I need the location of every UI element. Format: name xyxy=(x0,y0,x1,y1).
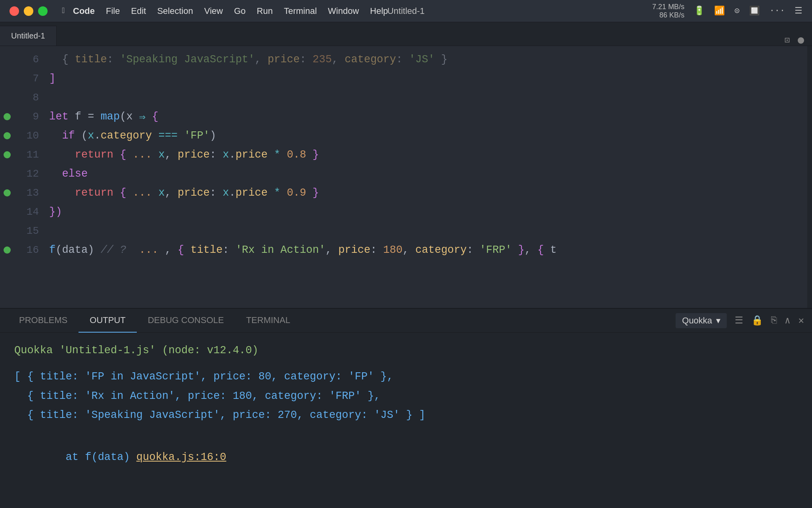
menu-terminal[interactable]: Terminal xyxy=(284,6,317,16)
battery-icon: 🔋 xyxy=(694,6,705,16)
line-numbers: 6 7 8 9 10 11 12 13 14 15 16 xyxy=(14,46,46,308)
code-line-15 xyxy=(46,221,807,241)
bp-8 xyxy=(0,88,14,107)
split-editor-icon[interactable]: ⊡ xyxy=(785,35,790,46)
bp-6 xyxy=(0,50,14,69)
menu-edit[interactable]: Edit xyxy=(131,6,146,16)
code-line-16: f(data) // ? ... , { title: 'Rx in Actio… xyxy=(46,241,807,260)
code-content[interactable]: { title: 'Speaking JavaScript', price: 2… xyxy=(46,46,807,308)
chevron-down-icon: ▾ xyxy=(716,316,720,326)
line-num-8: 8 xyxy=(14,88,39,107)
line-num-13: 13 xyxy=(14,183,39,202)
tab-label: Untitled-1 xyxy=(11,31,45,40)
tab-bar: Untitled-1 ⊡ xyxy=(0,22,812,46)
menu-help[interactable]: Help xyxy=(370,6,388,16)
copy-icon[interactable]: ⎘ xyxy=(771,315,777,326)
code-line-11: return { ... x, price: x.price * 0.8 } xyxy=(46,145,807,164)
tab-output[interactable]: OUTPUT xyxy=(79,309,136,333)
bp-14 xyxy=(0,202,14,221)
fdata-text: f(data) xyxy=(85,451,136,463)
traffic-lights xyxy=(10,6,48,16)
network-speed-up: 7.21 MB/s xyxy=(652,3,684,11)
close-panel-icon[interactable]: ✕ xyxy=(799,315,804,326)
line-num-12: 12 xyxy=(14,164,39,183)
quokka-link[interactable]: quokka.js:16:0 xyxy=(136,451,226,463)
output-header: Quokka 'Untitled-1.js' (node: v12.4.0) xyxy=(14,342,798,359)
output-line-4: at f(data) quokka.js:16:0 xyxy=(14,428,798,486)
close-button[interactable] xyxy=(10,6,19,16)
tab-dot-icon xyxy=(798,37,804,44)
bp-16 xyxy=(0,241,14,260)
bp-15 xyxy=(0,221,14,241)
dropdown-label: Quokka xyxy=(682,316,712,326)
finder-icon: 🔲 xyxy=(749,6,760,16)
line-num-10: 10 xyxy=(14,126,39,145)
line-num-11: 11 xyxy=(14,145,39,164)
at-text: at xyxy=(53,451,85,463)
more-icon: ··· xyxy=(769,6,785,16)
code-line-10: if (x.category === 'FP') xyxy=(46,126,807,145)
network-speed-down: 86 KB/s xyxy=(652,11,684,19)
bp-9 xyxy=(0,107,14,126)
title-bar-right: 7.21 MB/s 86 KB/s 🔋 📶 ⊙ 🔲 ··· ☰ xyxy=(652,3,802,19)
wifi-icon: 📶 xyxy=(714,6,725,16)
code-line-14: }) xyxy=(46,202,807,221)
panel-icons: ☰ 🔒 ⎘ ∧ ✕ xyxy=(735,315,804,326)
list-icon: ☰ xyxy=(795,6,802,16)
menu-go[interactable]: Go xyxy=(234,6,245,16)
line-num-16: 16 xyxy=(14,241,39,260)
menu-window[interactable]: Window xyxy=(328,6,359,16)
editor-tab[interactable]: Untitled-1 xyxy=(0,26,57,46)
editor-scrollbar[interactable] xyxy=(807,46,812,308)
line-num-6: 6 xyxy=(14,50,39,69)
bp-10 xyxy=(0,126,14,145)
lock-icon[interactable]: 🔒 xyxy=(751,315,763,326)
menu-code[interactable]: Code xyxy=(73,6,95,16)
tab-debug-console[interactable]: DEBUG CONSOLE xyxy=(137,309,235,333)
apple-logo-icon:  xyxy=(62,6,67,15)
bp-11 xyxy=(0,145,14,164)
menu-selection[interactable]: Selection xyxy=(157,6,193,16)
line-num-15: 15 xyxy=(14,221,39,241)
menu-view[interactable]: View xyxy=(204,6,223,16)
code-line-13: return { ... x, price: x.price * 0.9 } xyxy=(46,183,807,202)
bp-12 xyxy=(0,164,14,183)
code-line-12: else xyxy=(46,164,807,183)
title-bar-left:  Code File Edit Selection View Go Run T… xyxy=(10,6,388,16)
code-line-7: ] xyxy=(46,69,807,88)
menu-bar: Code File Edit Selection View Go Run Ter… xyxy=(73,6,388,16)
bp-13 xyxy=(0,183,14,202)
panel-dropdown[interactable]: Quokka ▾ xyxy=(676,313,727,328)
editor-area: 6 7 8 9 10 11 12 13 14 15 16 { title: 'S… xyxy=(0,46,812,308)
output-line-1: [ { title: 'FP in JavaScript', price: 80… xyxy=(14,367,798,387)
panel-area: PROBLEMS OUTPUT DEBUG CONSOLE TERMINAL Q… xyxy=(0,308,812,508)
filter-icon[interactable]: ☰ xyxy=(735,315,743,326)
code-line-8 xyxy=(46,88,807,107)
line-num-9: 9 xyxy=(14,107,39,126)
panel-content: Quokka 'Untitled-1.js' (node: v12.4.0) [… xyxy=(0,333,812,508)
chevron-up-icon[interactable]: ∧ xyxy=(785,315,790,326)
line-num-7: 7 xyxy=(14,69,39,88)
menu-file[interactable]: File xyxy=(106,6,120,16)
tab-problems[interactable]: PROBLEMS xyxy=(8,309,79,333)
tab-bar-controls: ⊡ xyxy=(777,35,812,46)
window-title: Untitled-1 xyxy=(387,6,425,16)
code-line-9: let f = map(x ⇒ { xyxy=(46,107,807,126)
line-num-14: 14 xyxy=(14,202,39,221)
bp-7 xyxy=(0,69,14,88)
minimize-button[interactable] xyxy=(24,6,33,16)
panel-tabs: PROBLEMS OUTPUT DEBUG CONSOLE TERMINAL Q… xyxy=(0,309,812,333)
code-line-6: { title: 'Speaking JavaScript', price: 2… xyxy=(46,50,807,69)
title-bar:  Code File Edit Selection View Go Run T… xyxy=(0,0,812,22)
output-line-3: { title: 'Speaking JavaScript', price: 2… xyxy=(14,406,798,425)
screen-icon: ⊙ xyxy=(734,6,739,16)
maximize-button[interactable] xyxy=(38,6,48,16)
menu-run[interactable]: Run xyxy=(257,6,273,16)
output-line-2: { title: 'Rx in Action', price: 180, cat… xyxy=(14,387,798,406)
tab-terminal[interactable]: TERMINAL xyxy=(235,309,301,333)
breakpoint-column xyxy=(0,46,14,308)
